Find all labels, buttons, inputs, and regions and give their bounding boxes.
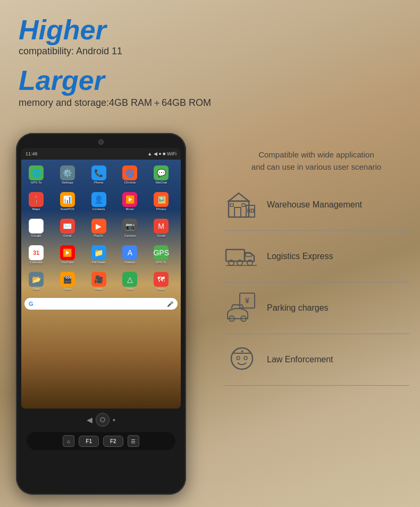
mic-icon: 🎤 [167, 301, 173, 307]
func-f1-button[interactable]: F1 [79, 436, 99, 447]
app-drive: 🎬 Drive [55, 268, 80, 294]
func-f2-button[interactable]: F2 [103, 436, 123, 447]
app-contacts: 👤 Contacts [86, 188, 112, 214]
app-play: ▶ PlaySt. [86, 215, 112, 240]
app-photos: 🖼️ Photos [148, 188, 174, 214]
warehouse-label: Warehouse Management [267, 200, 362, 210]
app-assist: A Adelein [117, 242, 142, 267]
feature-warehouse: Warehouse Management [223, 189, 409, 231]
nav-home[interactable] [96, 413, 110, 427]
app-maps: 📍 Maps [23, 188, 49, 214]
headline-higher-subtitle: compatibility: Android 11 [19, 46, 211, 57]
phone-device: 11:46 ▲ ◀ ● ■ WiFi 🌐 GPS To ⚙️ Settings [16, 133, 186, 495]
app-youtube: ▶️ YouTube [55, 242, 80, 267]
top-text-block: Higher compatibility: Android 11 Larger … [19, 16, 211, 109]
svg-marker-1 [229, 193, 249, 201]
warehouse-icon [223, 189, 261, 221]
phone-status-bar: 11:46 ▲ ◀ ● ■ WiFi [21, 148, 181, 160]
svg-point-19 [237, 356, 240, 360]
app-drive2: △ Drive [117, 268, 142, 294]
phone-camera [98, 139, 104, 145]
feature-law: ★ Law Enforcement [223, 344, 409, 386]
logistics-label: Logistics Express [267, 252, 333, 261]
feature-logistics: Logistics Express [223, 240, 409, 282]
google-logo: G [29, 301, 33, 307]
app-camera: 📷 Camera [117, 215, 142, 240]
app-phone: 📞 Phone [86, 162, 112, 187]
parking-icon: ¥ [223, 292, 261, 324]
app-wechat: 💬 WeChat [148, 162, 174, 187]
law-icon: ★ [223, 344, 261, 376]
app-files2: 📂 Files [23, 268, 49, 294]
feature-parking: ¥ Parking charges [223, 292, 409, 334]
nav-square[interactable]: ▪ [113, 415, 115, 424]
app-maps2: 🗺 Maps [148, 268, 174, 294]
svg-rect-7 [251, 209, 254, 212]
app-scanpos: 📊 ScanPOS [55, 188, 80, 214]
app-gmail2: M Gmail [148, 215, 174, 240]
svg-text:¥: ¥ [245, 296, 249, 305]
headline-higher-title: Higher [19, 16, 211, 44]
app-music: ▶️ Music [117, 188, 142, 214]
phone-nav-buttons: ◀ ▪ [21, 413, 181, 427]
svg-rect-2 [234, 207, 241, 217]
app-chrome: 🌀 Chrome [117, 162, 142, 187]
svg-rect-8 [226, 250, 245, 261]
nav-back[interactable]: ◀ [87, 415, 93, 424]
app-gps2: GPS GPS Tc. [148, 242, 174, 267]
phone-screen: 11:46 ▲ ◀ ● ■ WiFi 🌐 GPS To ⚙️ Settings [21, 148, 181, 409]
svg-text:★: ★ [240, 349, 243, 354]
headline-larger-subtitle: memory and storage:4GB RAM＋64GB ROM [19, 96, 211, 109]
app-files: 📁 FM Radio [86, 242, 112, 267]
app-gmail: ✉️ Gmail [55, 215, 80, 240]
app-settings: ⚙️ Settings [55, 162, 80, 187]
func-menu-icon[interactable]: ☰ [128, 435, 139, 447]
svg-point-20 [244, 356, 247, 360]
app-gps: 🌐 GPS To [23, 162, 49, 187]
compatible-description: Compatible with wide application and can… [223, 149, 409, 173]
app-video: 🎥 Video [86, 268, 112, 294]
func-home-icon[interactable]: ⌂ [63, 435, 74, 447]
app-google: G Google [23, 215, 49, 240]
google-search-bar[interactable]: G 🎤 [24, 298, 178, 310]
app-grid: 🌐 GPS To ⚙️ Settings 📞 Phone 🌀 [21, 160, 181, 296]
phone-function-bar: ⌂ F1 F2 ☰ [27, 432, 175, 450]
law-label: Law Enforcement [267, 355, 333, 364]
headline-larger-title: Larger [19, 67, 211, 94]
parking-label: Parking charges [267, 303, 329, 313]
truck-icon [223, 240, 261, 272]
right-panel: Compatible with wide application and can… [223, 149, 409, 395]
svg-rect-3 [230, 204, 233, 206]
svg-rect-4 [242, 204, 245, 206]
app-calendar: 31 Calendar [23, 242, 49, 267]
